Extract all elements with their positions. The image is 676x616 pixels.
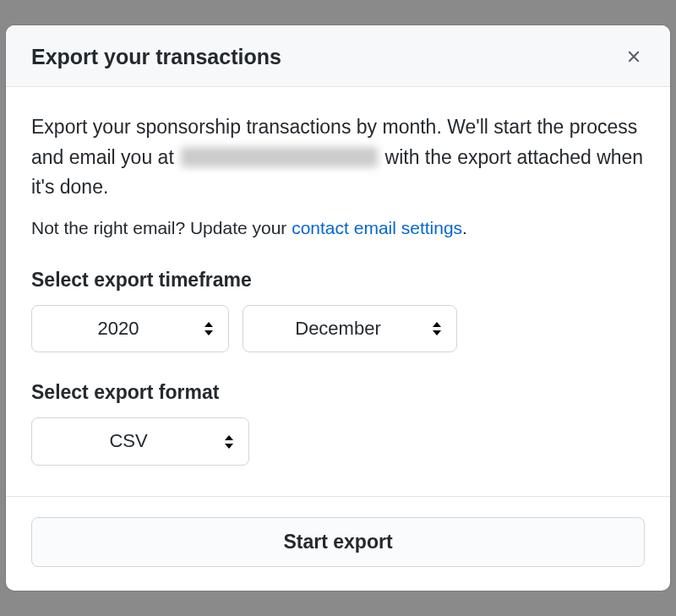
contact-email-settings-link[interactable]: contact email settings — [292, 218, 462, 237]
close-button[interactable] — [621, 44, 646, 69]
year-select[interactable]: 2020 — [31, 305, 229, 352]
format-label: Select export format — [31, 381, 645, 404]
month-select[interactable]: December — [243, 305, 457, 352]
close-icon — [624, 47, 643, 66]
hint-suffix: . — [462, 218, 467, 237]
timeframe-selects: 2020 December — [31, 305, 645, 352]
modal-footer: Start export — [6, 496, 670, 591]
format-section: Select export format CSV — [31, 381, 645, 465]
timeframe-section: Select export timeframe 2020 December — [31, 269, 645, 352]
redacted-email — [181, 147, 378, 167]
hint-prefix: Not the right email? Update your — [31, 218, 292, 237]
modal-header: Export your transactions — [6, 25, 670, 87]
modal-body: Export your sponsorship transactions by … — [6, 87, 670, 496]
timeframe-label: Select export timeframe — [31, 269, 645, 292]
format-select[interactable]: CSV — [31, 417, 249, 465]
year-select-wrapper: 2020 — [31, 305, 229, 352]
modal-title: Export your transactions — [31, 45, 281, 69]
start-export-button[interactable]: Start export — [31, 517, 645, 567]
export-modal: Export your transactions Export your spo… — [6, 25, 670, 591]
format-select-wrapper: CSV — [31, 417, 249, 465]
description-text: Export your sponsorship transactions by … — [31, 112, 645, 203]
month-select-wrapper: December — [243, 305, 457, 352]
hint-text: Not the right email? Update your contact… — [31, 218, 645, 238]
